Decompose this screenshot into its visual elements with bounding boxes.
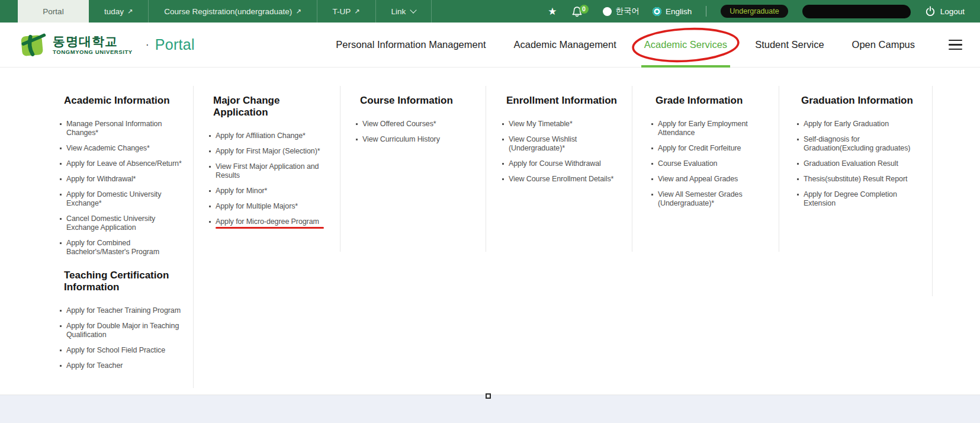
- nav-item-open-campus[interactable]: Open Campus: [852, 23, 915, 67]
- menu-item-apply-for-minor[interactable]: Apply for Minor*: [216, 187, 333, 196]
- menu-item-label: Apply for Early Employment Attendance: [658, 120, 748, 137]
- menu-column-5: Grade InformationApply for Early Employm…: [632, 95, 779, 377]
- external-link-icon: ↗: [127, 8, 133, 15]
- menu-item-apply-for-early-graduation[interactable]: Apply for Early Graduation: [804, 120, 926, 129]
- menu-item-view-my-timetable[interactable]: View My Timetable*: [509, 120, 625, 129]
- menu-item-apply-for-multiple-majors[interactable]: Apply for Multiple Majors*: [216, 202, 333, 211]
- menu-item-label: Apply for Domestic University Exchange*: [66, 190, 161, 207]
- topbar-tab-course-registration-undergraduate[interactable]: Course Registration(undergraduate)↗: [149, 0, 317, 23]
- menu-section-list: Manage Personal Information Changes*View…: [64, 120, 187, 257]
- tab-label: Portal: [43, 7, 63, 16]
- logout-button[interactable]: Logout: [925, 6, 965, 17]
- menu-item-label: Thesis(substitute) Result Report: [804, 175, 907, 183]
- tab-label: T-UP: [333, 7, 351, 16]
- academic-services-mega-menu: Academic InformationManage Personal Info…: [0, 68, 980, 395]
- menu-item-apply-for-affiliation-change[interactable]: Apply for Affiliation Change*: [216, 132, 333, 140]
- menu-item-self-diagnosis-for-graduation-excluding-graduates[interactable]: Self-diagnosis for Graduation(Excluding …: [804, 135, 926, 153]
- menu-item-label: Manage Personal Information Changes*: [66, 120, 162, 137]
- menu-item-apply-for-course-withdrawal[interactable]: Apply for Course Withdrawal: [509, 159, 625, 168]
- menu-item-apply-for-withdrawal[interactable]: Apply for Withdrawal*: [66, 175, 187, 184]
- menu-item-label: Cancel Domestic University Exchange Appl…: [66, 214, 155, 232]
- topbar-tab-portal[interactable]: Portal: [18, 0, 89, 23]
- menu-section-title-academic-information: Academic Information: [64, 95, 187, 107]
- menu-item-view-and-appeal-grades[interactable]: View and Appeal Grades: [658, 175, 772, 184]
- menu-item-apply-for-teacher-training-program[interactable]: Apply for Teacher Training Program: [66, 306, 187, 315]
- hamburger-menu-icon[interactable]: [949, 40, 962, 50]
- menu-item-apply-for-domestic-university-exchange[interactable]: Apply for Domestic University Exchange*: [66, 190, 187, 208]
- menu-item-apply-for-micro-degree-program[interactable]: Apply for Micro-degree Program: [216, 217, 333, 226]
- menu-column-1: Academic InformationManage Personal Info…: [0, 95, 194, 377]
- nav-item-academic-management[interactable]: Academic Management: [513, 23, 616, 67]
- menu-item-course-evaluation[interactable]: Course Evaluation: [658, 159, 772, 168]
- mega-menu-columns: Academic InformationManage Personal Info…: [0, 68, 980, 377]
- language-label: English: [666, 7, 692, 16]
- menu-item-apply-for-early-employment-attendance[interactable]: Apply for Early Employment Attendance: [658, 120, 772, 137]
- menu-item-apply-for-double-major-in-teaching-qualification[interactable]: Apply for Double Major in Teaching Quali…: [66, 322, 187, 339]
- language-option-한국어[interactable]: 한국어: [603, 6, 640, 17]
- menu-item-graduation-evaluation-result[interactable]: Graduation Evaluation Result: [804, 159, 926, 168]
- university-name: 동명대학교 TONGMYONG UNIVERSITY: [53, 34, 133, 55]
- nav-item-label: Academic Services: [644, 39, 727, 50]
- menu-item-apply-for-credit-forfeiture[interactable]: Apply for Credit Forfeiture: [658, 144, 772, 153]
- menu-column-2: Major Change ApplicationApply for Affili…: [194, 95, 340, 377]
- menu-item-manage-personal-information-changes[interactable]: Manage Personal Information Changes*: [66, 120, 187, 137]
- topbar-tab-link[interactable]: Link: [376, 0, 432, 23]
- menu-item-label: Apply for School Field Practice: [66, 346, 165, 354]
- menu-section-list: Apply for Affiliation Change*Apply for F…: [213, 132, 333, 226]
- chevron-down-icon: [410, 7, 417, 13]
- menu-item-thesis-substitute-result-report[interactable]: Thesis(substitute) Result Report: [804, 175, 926, 184]
- language-option-english[interactable]: English: [653, 7, 692, 16]
- notification-bell[interactable]: 0: [571, 6, 589, 17]
- menu-section-title-teaching-certification-information: Teaching Certification Information: [64, 270, 187, 293]
- menu-item-view-academic-changes[interactable]: View Academic Changes*: [66, 144, 187, 153]
- menu-item-cancel-domestic-university-exchange-application[interactable]: Cancel Domestic University Exchange Appl…: [66, 214, 187, 232]
- menu-item-label: Apply for Affiliation Change*: [216, 132, 306, 140]
- menu-item-apply-for-leave-of-absence-return[interactable]: Apply for Leave of Absence/Return*: [66, 159, 187, 168]
- portal-screen: Portaltuday↗Course Registration(undergra…: [0, 0, 980, 423]
- nav-item-personal-information-management[interactable]: Personal Information Management: [336, 23, 486, 67]
- menu-item-label: Apply for Combined Bachelor's/Master's P…: [66, 239, 159, 256]
- menu-item-apply-for-first-major-selection[interactable]: Apply for First Major (Selection)*: [216, 147, 333, 156]
- nav-item-label: Personal Information Management: [336, 39, 486, 50]
- menu-item-label: View Course Enrollment Details*: [509, 175, 613, 183]
- language-options: 한국어English: [603, 6, 692, 17]
- menu-item-label: Apply for Double Major in Teaching Quali…: [66, 322, 179, 339]
- favorites-star-icon[interactable]: ★: [548, 7, 557, 17]
- portal-title: Portal: [155, 36, 195, 53]
- menu-item-label: View and Appeal Grades: [658, 175, 738, 183]
- menu-item-view-course-wishlist-undergraduate[interactable]: View Course Wishlist (Undergraduate)*: [509, 135, 625, 153]
- menu-item-apply-for-school-field-practice[interactable]: Apply for School Field Practice: [66, 346, 187, 355]
- tab-label: Link: [391, 7, 406, 16]
- menu-item-label: View Curriculum History: [362, 135, 440, 143]
- nav-item-label: Open Campus: [852, 39, 915, 50]
- menu-item-label: View Academic Changes*: [66, 144, 150, 152]
- university-logo[interactable]: 동명대학교 TONGMYONG UNIVERSITY · Portal: [18, 31, 195, 59]
- menu-item-apply-for-teacher[interactable]: Apply for Teacher: [66, 361, 187, 370]
- menu-item-label: Apply for Course Withdrawal: [509, 159, 601, 168]
- menu-item-view-course-enrollment-details[interactable]: View Course Enrollment Details*: [509, 175, 625, 184]
- menu-column-3: Course InformationView Offered Courses*V…: [340, 95, 486, 377]
- nav-item-label: Academic Management: [513, 39, 616, 50]
- menu-item-apply-for-combined-bachelor-s-master-s-program[interactable]: Apply for Combined Bachelor's/Master's P…: [66, 239, 187, 257]
- topbar-tab-tuday[interactable]: tuday↗: [89, 0, 149, 23]
- menu-item-view-first-major-application-and-results[interactable]: View First Major Application and Results: [216, 162, 333, 180]
- menu-item-label: Course Evaluation: [658, 159, 717, 168]
- menu-item-view-all-semester-grades-undergraduate[interactable]: View All Semester Grades (Undergraduate)…: [658, 190, 772, 208]
- menu-item-label: View Course Wishlist (Undergraduate)*: [509, 135, 577, 152]
- menu-item-view-curriculum-history[interactable]: View Curriculum History: [362, 135, 479, 144]
- topbar-tab-t-up[interactable]: T-UP↗: [317, 0, 376, 23]
- university-logo-mark: [18, 31, 47, 59]
- nav-item-academic-services[interactable]: Academic Services: [644, 23, 727, 67]
- menu-item-label: Apply for Degree Completion Extension: [804, 190, 897, 207]
- menu-item-label: View Offered Courses*: [362, 120, 436, 128]
- menu-item-view-offered-courses[interactable]: View Offered Courses*: [362, 120, 479, 129]
- menu-item-apply-for-degree-completion-extension[interactable]: Apply for Degree Completion Extension: [804, 190, 926, 208]
- menu-section-list: Apply for Teacher Training ProgramApply …: [64, 306, 187, 370]
- menu-section-list: View Offered Courses*View Curriculum His…: [360, 120, 479, 144]
- page-background-area: [0, 395, 980, 423]
- menu-item-label: Apply for Micro-degree Program: [216, 217, 319, 226]
- role-badge: Undergraduate: [721, 5, 788, 18]
- topbar-divider: [706, 6, 706, 17]
- nav-item-student-service[interactable]: Student Service: [755, 23, 824, 67]
- menu-section-list: Apply for Early GraduationSelf-diagnosis…: [801, 120, 926, 208]
